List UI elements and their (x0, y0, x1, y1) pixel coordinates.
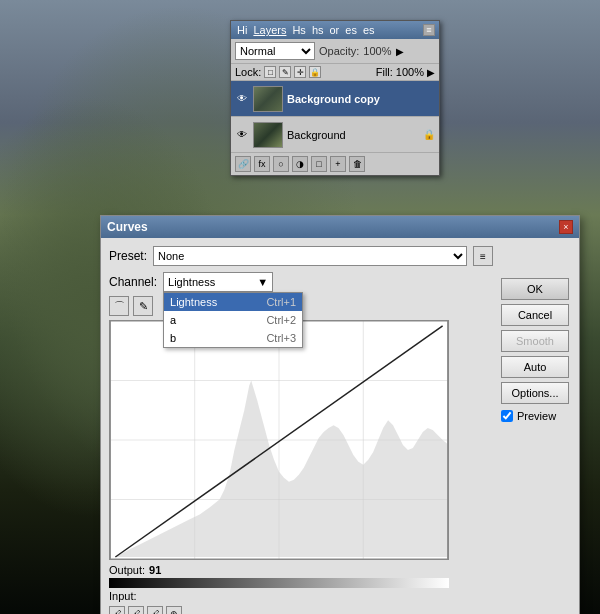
lock-move[interactable]: ✛ (294, 66, 306, 78)
tab-hs1[interactable]: Hs (290, 24, 307, 36)
layer-lock-icon: 🔒 (423, 129, 435, 140)
tab-es1[interactable]: es (343, 24, 359, 36)
curves-body: Preset: None ≡ Channel: Lightness ▼ (101, 238, 579, 614)
layers-panel: Hi Layers Hs hs or es es ≡ Normal Opacit… (230, 20, 440, 176)
lock-check[interactable]: □ (264, 66, 276, 78)
channel-label: Channel: (109, 275, 157, 289)
curves-close-button[interactable]: × (559, 220, 573, 234)
curves-input-row: Input: (109, 590, 493, 602)
channel-selected-value: Lightness (168, 276, 215, 288)
eyedropper-highlight-btn[interactable]: 🖋 (147, 606, 163, 614)
layers-tabs: Hi Layers Hs hs or es es (235, 24, 377, 36)
channel-option-b[interactable]: b Ctrl+3 (164, 329, 302, 347)
channel-select-wrapper: Lightness ▼ Lightness Ctrl+1 a Ctrl+2 (163, 272, 273, 292)
layers-lock-row: Lock: □ ✎ ✛ 🔒 Fill: 100% ▶ (231, 64, 439, 81)
preset-row: Preset: None ≡ (109, 246, 493, 266)
lock-all[interactable]: 🔒 (309, 66, 321, 78)
preview-checkbox[interactable] (501, 410, 513, 422)
tab-hi[interactable]: Hi (235, 24, 249, 36)
preset-settings-button[interactable]: ≡ (473, 246, 493, 266)
fx-btn[interactable]: fx (254, 156, 270, 172)
layer-item-background-copy[interactable]: 👁 Background copy (231, 81, 439, 117)
target-adjustment-btn[interactable]: ⊕ (166, 606, 182, 614)
channel-option-lightness[interactable]: Lightness Ctrl+1 (164, 293, 302, 311)
tab-layers[interactable]: Layers (251, 24, 288, 36)
curves-left-panel: Preset: None ≡ Channel: Lightness ▼ (109, 246, 493, 614)
output-label: Output: (109, 564, 145, 576)
layers-panel-menu[interactable]: ≡ (423, 24, 435, 36)
curves-bottom-tools: 🖋 🖋 🖋 ⊕ (109, 606, 493, 614)
curves-dialog-title: Curves (107, 220, 148, 234)
fill-arrow[interactable]: ▶ (427, 67, 435, 78)
auto-button[interactable]: Auto (501, 356, 569, 378)
fill-value: 100% (396, 66, 424, 78)
channel-option-b-label: b (170, 332, 176, 344)
mask-btn[interactable]: ○ (273, 156, 289, 172)
cancel-button[interactable]: Cancel (501, 304, 569, 326)
opacity-label: Opacity: (319, 45, 359, 57)
curve-tool-node[interactable]: ⌒ (109, 296, 129, 316)
new-layer-btn[interactable]: + (330, 156, 346, 172)
link-layers-btn[interactable]: 🔗 (235, 156, 251, 172)
tab-hs2[interactable]: hs (310, 24, 326, 36)
adjustment-btn[interactable]: ◑ (292, 156, 308, 172)
curves-right-panel: OK Cancel Smooth Auto Options... Preview (501, 246, 571, 614)
channel-option-b-shortcut: Ctrl+3 (266, 332, 296, 344)
channel-option-a-label: a (170, 314, 176, 326)
channel-option-lightness-label: Lightness (170, 296, 217, 308)
curves-graph-svg (110, 321, 448, 559)
curves-titlebar: Curves × (101, 216, 579, 238)
channel-option-a[interactable]: a Ctrl+2 (164, 311, 302, 329)
ok-button[interactable]: OK (501, 278, 569, 300)
channel-row: Channel: Lightness ▼ Lightness Ctrl+1 a (109, 272, 493, 292)
layer-thumb-background (253, 122, 283, 148)
layer-eye-background[interactable]: 👁 (235, 128, 249, 142)
layers-blend-row: Normal Opacity: 100% ▶ (231, 39, 439, 64)
curves-dialog: Curves × Preset: None ≡ Channel: Lightne… (100, 215, 580, 614)
lock-brush[interactable]: ✎ (279, 66, 291, 78)
delete-layer-btn[interactable]: 🗑 (349, 156, 365, 172)
channel-option-lightness-shortcut: Ctrl+1 (266, 296, 296, 308)
preview-label: Preview (517, 410, 556, 422)
preset-label: Preset: (109, 249, 147, 263)
tab-or[interactable]: or (328, 24, 342, 36)
layer-thumb-background-copy (253, 86, 283, 112)
curves-graph-container[interactable] (109, 320, 449, 560)
layers-footer: 🔗 fx ○ ◑ □ + 🗑 (231, 153, 439, 175)
preset-select[interactable]: None (153, 246, 467, 266)
layer-eye-background-copy[interactable]: 👁 (235, 92, 249, 106)
fill-label: Fill: (376, 66, 393, 78)
layer-item-background[interactable]: 👁 Background 🔒 (231, 117, 439, 153)
eyedropper-mid-btn[interactable]: 🖋 (128, 606, 144, 614)
group-btn[interactable]: □ (311, 156, 327, 172)
smooth-button[interactable]: Smooth (501, 330, 569, 352)
input-label: Input: (109, 590, 137, 602)
layer-name-background-copy: Background copy (287, 93, 435, 105)
tab-es2[interactable]: es (361, 24, 377, 36)
options-button[interactable]: Options... (501, 382, 569, 404)
channel-option-a-shortcut: Ctrl+2 (266, 314, 296, 326)
lock-label: Lock: (235, 66, 261, 78)
opacity-value: 100% (363, 45, 391, 57)
layers-panel-titlebar: Hi Layers Hs hs or es es ≡ (231, 21, 439, 39)
blend-mode-select[interactable]: Normal (235, 42, 315, 60)
curve-tool-pencil[interactable]: ✎ (133, 296, 153, 316)
channel-dropdown-arrow-icon: ▼ (257, 276, 268, 288)
curves-output-row: Output: 91 (109, 564, 493, 576)
input-gradient-bar (109, 578, 449, 588)
opacity-arrow[interactable]: ▶ (396, 46, 404, 57)
channel-dropdown-menu: Lightness Ctrl+1 a Ctrl+2 b Ctrl+3 (163, 292, 303, 348)
output-value: 91 (149, 564, 161, 576)
preview-row: Preview (501, 410, 571, 422)
eyedropper-shadow-btn[interactable]: 🖋 (109, 606, 125, 614)
channel-select-display[interactable]: Lightness ▼ (163, 272, 273, 292)
layer-name-background: Background (287, 129, 419, 141)
